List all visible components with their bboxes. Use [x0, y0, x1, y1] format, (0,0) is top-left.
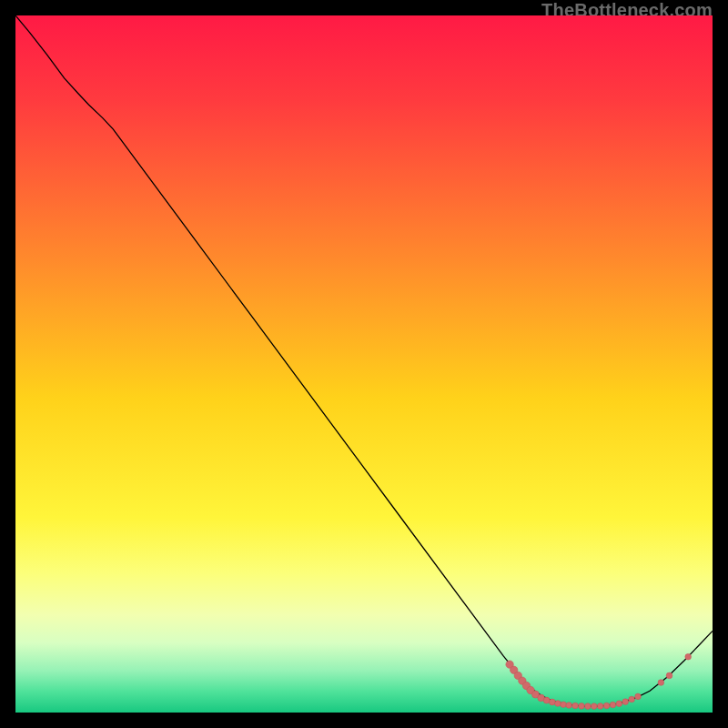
marker-dot	[616, 701, 622, 707]
marker-dot	[585, 703, 592, 710]
gradient-background	[15, 15, 713, 713]
plot-area	[15, 15, 713, 713]
marker-dot	[579, 703, 585, 710]
marker-dot	[566, 703, 572, 709]
marker-dot	[658, 680, 664, 686]
marker-dot	[610, 702, 616, 708]
marker-dot	[635, 693, 642, 700]
marker-dot	[666, 672, 672, 679]
marker-dot	[543, 697, 550, 703]
marker-dot	[572, 703, 579, 709]
marker-dot	[603, 703, 610, 709]
marker-dot	[629, 696, 635, 703]
marker-dot	[555, 701, 561, 707]
chart-container: { "watermark": "TheBottleneck.com", "cha…	[0, 0, 728, 728]
marker-dot	[622, 699, 629, 705]
marker-dot	[591, 703, 597, 710]
marker-dot	[597, 703, 603, 710]
marker-dot	[685, 653, 692, 660]
marker-dot	[549, 699, 555, 705]
marker-dot	[561, 702, 567, 708]
